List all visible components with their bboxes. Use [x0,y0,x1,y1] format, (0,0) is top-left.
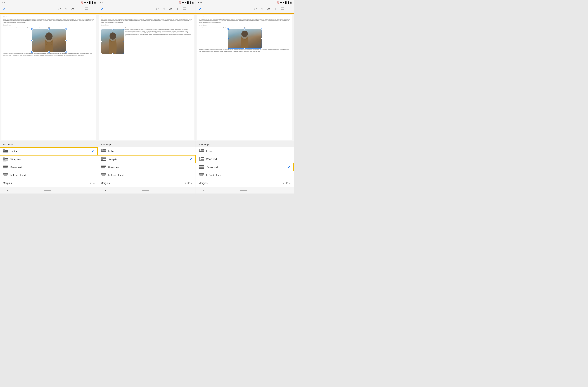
front-icon-2 [101,173,106,177]
intro-label-2: Introduction [101,16,192,18]
svg-rect-47 [102,174,105,176]
text-after-3: tincidunt ut lao dolore magna aliquam e … [199,49,290,52]
margins-up-2[interactable]: ∧ [191,182,193,184]
comment-button-3[interactable] [280,6,285,12]
svg-rect-41 [101,167,105,168]
format-button[interactable]: A≡ [70,6,76,12]
document-3: Introduction Lorem ipsum dolor sit amet,… [197,15,292,140]
panel-3: 2:41 ⏰ ⊖ ▲ ▌▌▌ ▓ ✓ ↩ ↪ A≡ + ⋮ Introducti… [196,0,294,194]
comment-button[interactable] [84,6,89,12]
wifi-icon-2: ▲ [185,1,187,4]
bold-heading-1: Lorem ipsum [3,24,94,26]
nav-bar-1: ‹ [0,187,98,194]
more-button-2[interactable]: ⋮ [189,6,194,12]
check-button-3[interactable]: ✓ [197,6,203,12]
status-icons-3: ⏰ ⊖ ▲ ▌▌▌ ▓ [277,1,292,4]
textwrap-break-2[interactable]: Break text [98,163,196,171]
svg-rect-32 [101,157,103,160]
back-button-2[interactable]: ‹ [105,188,106,192]
redo-button-3[interactable]: ↪ [259,6,265,12]
add-button-2[interactable]: + [175,6,181,12]
alarm-icon-2: ⏰ [179,1,181,4]
add-button[interactable]: + [77,6,83,12]
status-icons-2: ⏰ ⊖ ▲ ▌▌▌ ▓ [179,1,193,4]
battery-icon-3: ▓ [290,1,292,4]
add-button-3[interactable]: + [273,6,279,12]
wrap-label-3: Wrap text [206,158,291,161]
textwrap-wrap-3[interactable]: Wrap text [196,155,294,163]
minus-circle-icon-3: ⊖ [280,1,282,4]
image-container-3[interactable] [199,29,290,49]
margins-down-3[interactable]: ∨ [282,182,284,184]
redo-button-2[interactable]: ↪ [161,6,167,12]
battery-icon: ▓ [94,1,96,4]
break-label-3: Break text [207,166,288,169]
body-text-1: Lorem ipsum dolor sit amet, consectetuer… [3,19,94,23]
progress-line-1 [0,13,98,14]
check-button-2[interactable]: ✓ [99,6,105,12]
undo-button[interactable]: ↩ [57,6,62,12]
textwrap-break-1[interactable]: Break text [0,163,98,171]
signal-icon: ▌▌▌ [89,1,93,4]
svg-rect-24 [183,8,186,10]
image-container-1[interactable] [3,29,94,52]
wrap-icon-1 [3,158,8,162]
panel-1: 2:41 ⏰ ⊖ ▲ ▌▌▌ ▓ ✓ ↩ ↪ A≡ + ⋮ Introducti… [0,0,98,194]
margins-down-2[interactable]: ∨ [184,182,186,184]
margins-down-1[interactable]: ∨ [90,182,92,184]
redo-button[interactable]: ↪ [63,6,69,12]
alarm-icon: ⏰ [81,1,84,4]
margins-label-2: Margins [101,182,184,184]
wrap-icon-2 [101,157,106,161]
bold-heading-3: Lorem ipsum [199,24,290,26]
margins-value-3: 0" [286,182,288,184]
margins-up-3[interactable]: ∧ [289,182,291,184]
break-label-1: Break text [10,166,95,169]
textwrap-inline-2[interactable]: In line [98,147,196,155]
textwrap-inline-1[interactable]: In line ✓ [0,147,98,156]
margins-up-1[interactable]: ∧ [93,182,95,184]
alarm-icon-3: ⏰ [277,1,279,4]
toolbar-1: ✓ ↩ ↪ A≡ + ⋮ [0,5,98,13]
break-icon-3 [199,165,204,169]
status-bar-1: 2:41 ⏰ ⊖ ▲ ▌▌▌ ▓ [0,0,98,5]
body-text-3: Lorem ipsum dolor sit amet, consectetuer… [199,19,290,23]
textwrap-break-3[interactable]: Break text ✓ [196,163,294,171]
comment-button-2[interactable] [182,6,187,12]
time-1: 2:41 [2,1,6,4]
sub-text-2: Lorem ipsum dolor sit amet, consectetuer… [101,26,192,28]
svg-point-25 [109,32,116,40]
svg-rect-8 [3,158,5,160]
more-button-3[interactable]: ⋮ [287,6,292,12]
textwrap-wrap-1[interactable]: Wrap text [0,156,98,163]
margins-row-3: Margins ∨ 0" ∧ [196,179,294,187]
svg-rect-26 [101,149,103,151]
image-container-2[interactable]: tincidunt ut magna aliquam erat volutpat… [101,29,192,54]
sub-text-1: Lorem ipsum dolor sit amet, consectetuer… [3,26,94,28]
progress-line-3 [196,13,294,14]
format-button-3[interactable]: A≡ [266,6,272,12]
bold-heading-2: Lorem ipsum [101,24,192,26]
minus-circle-icon-2: ⊖ [182,1,184,4]
textwrap-front-3[interactable]: In front of text [196,171,294,179]
toolbar-3: ✓ ↩ ↪ A≡ + ⋮ [196,5,294,13]
check-button[interactable]: ✓ [1,6,7,12]
svg-rect-71 [200,174,203,176]
textwrap-wrap-2[interactable]: Wrap text ✓ [98,155,196,163]
textwrap-front-1[interactable]: In front of text [0,171,98,179]
inline-check-1: ✓ [92,149,94,153]
document-1: Introduction Lorem ipsum dolor sit amet,… [1,15,96,140]
textwrap-inline-3[interactable]: In line [196,147,294,155]
back-button-1[interactable]: ‹ [7,188,8,192]
front-icon-3 [199,173,204,177]
back-button-3[interactable]: ‹ [203,188,204,192]
inline-icon-3 [199,149,204,153]
undo-button-2[interactable]: ↩ [154,6,160,12]
toolbar-2: ✓ ↩ ↪ A≡ + ⋮ [98,5,196,13]
textwrap-section-2: Text wrap In line [98,141,196,187]
break-icon-2 [101,165,106,169]
format-button-2[interactable]: A≡ [168,6,174,12]
undo-button-3[interactable]: ↩ [252,6,258,12]
textwrap-front-2[interactable]: In front of text [98,171,196,179]
more-button[interactable]: ⋮ [90,6,96,12]
